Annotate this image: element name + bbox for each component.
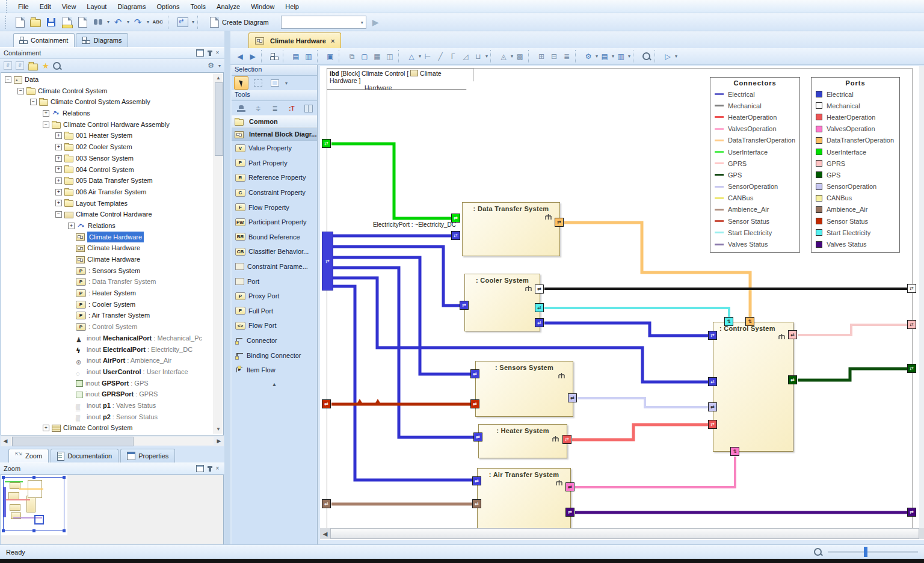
connector-electrical-cooler-control[interactable] (544, 323, 708, 336)
connector-start-electricity[interactable] (544, 308, 729, 317)
palette-group-internal-block-diagr-[interactable]: Internal Block Diagr... (232, 128, 317, 141)
menu-analyze[interactable]: Analyze (211, 2, 245, 11)
flow-port[interactable]: ⇄ (470, 399, 479, 408)
block-heater-system[interactable]: : Heater System (478, 424, 567, 458)
electricity-port-label[interactable]: ElectricityPort : ~Electricity_DC (360, 221, 456, 228)
tree-item[interactable]: P: Sensors System (1, 265, 223, 277)
open-project-button[interactable] (28, 15, 43, 29)
flow-port[interactable]: ⇄ (907, 320, 916, 329)
properties-gear-button[interactable]: ⚙ (582, 50, 594, 63)
open-diagram-icon[interactable] (28, 63, 38, 70)
undo-button[interactable]: ↶ (111, 15, 125, 29)
paste-button[interactable]: ▢ (359, 50, 371, 63)
gear-dropdown[interactable]: ▾ (596, 54, 598, 59)
tree-item[interactable]: −Climate Control Hardware Assembly (1, 119, 223, 131)
tab-zoom[interactable]: ⇱⇲Zoom (8, 449, 49, 463)
tree-item[interactable]: P: Cooler System (1, 299, 223, 310)
swimlane-button[interactable]: ⊔ (472, 50, 484, 63)
tree-item[interactable]: −Climate Control System (1, 85, 223, 97)
grid-button[interactable]: ⊞ (535, 50, 547, 63)
tree-expander[interactable]: + (43, 110, 49, 117)
copy-button[interactable]: ⧉ (346, 50, 358, 63)
flow-port[interactable]: ⇄ (535, 285, 544, 294)
sticky-tool-button[interactable] (234, 102, 248, 115)
flow-port[interactable]: ⇄ (473, 432, 482, 441)
zoom-magnifier-button[interactable] (640, 50, 652, 63)
tree-item[interactable]: +005 Data Transfer System (1, 175, 223, 186)
tree-item[interactable]: inout MechanicalPort : Mechanical_Pc (1, 333, 223, 344)
tree-item[interactable]: +Layout Templates (1, 198, 223, 209)
play-dropdown[interactable]: ▾ (675, 54, 677, 59)
tree-expander[interactable]: + (55, 144, 62, 150)
selection-dropdown[interactable]: ▾ (285, 81, 288, 86)
flow-port[interactable]: ⇄ (535, 318, 544, 327)
flow-port[interactable]: ⇄ (322, 499, 331, 508)
print-button[interactable] (60, 15, 74, 29)
redo-dropdown[interactable]: ▾ (147, 19, 149, 25)
zoom-slider-thumb[interactable] (864, 547, 867, 557)
tree-expander[interactable]: + (55, 177, 62, 184)
close-panel-icon[interactable]: × (214, 50, 221, 56)
pointer-tool-button[interactable] (234, 76, 248, 90)
palette-item-reference-property[interactable]: RReference Property (232, 170, 317, 185)
compartment-button[interactable]: ▩ (514, 50, 526, 63)
menu-edit[interactable]: Edit (34, 2, 57, 11)
tree-item[interactable]: +003 Sensor System (1, 153, 223, 164)
tree-item[interactable]: P: Heater System (1, 288, 223, 299)
flow-port[interactable]: ⇅ (724, 317, 733, 326)
undo-dropdown[interactable]: ▾ (127, 19, 129, 25)
flow-port[interactable]: ⇄ (555, 218, 564, 227)
diagram-tab-climate-hardware[interactable]: Climate Hardware × (248, 32, 341, 48)
tree-expander[interactable]: − (17, 88, 24, 94)
flow-port[interactable]: ⇄ (788, 330, 797, 339)
show-elements-dropdown[interactable]: ▾ (612, 54, 614, 59)
tree-expander[interactable]: + (55, 189, 62, 195)
settings-dropdown[interactable]: ▾ (218, 63, 221, 69)
tree-expander[interactable]: + (68, 223, 75, 229)
connector-electrical-sensors[interactable] (333, 257, 470, 374)
connector-sensoroperation[interactable] (578, 398, 708, 407)
layers-button[interactable]: ≣ (561, 50, 573, 63)
redo-button[interactable]: ↷ (131, 15, 145, 29)
tree-item[interactable]: +004 Control System (1, 164, 223, 176)
tree-item[interactable]: inout GPSPort : GPS (1, 378, 223, 389)
favorites-star-icon[interactable]: ★ (42, 61, 49, 70)
run-button[interactable]: ▶ (372, 17, 379, 27)
flow-port[interactable]: ⇄ (708, 402, 717, 411)
flow-port[interactable]: ⇄ (322, 399, 331, 408)
pin-panel-icon[interactable] (209, 51, 211, 56)
tree-item[interactable]: +001 Heater System (1, 130, 223, 141)
palette-group-common[interactable]: Common (232, 115, 317, 128)
menu-view[interactable]: View (57, 2, 82, 11)
legend-dropdown[interactable]: ▾ (628, 54, 630, 59)
scroll-left-icon[interactable]: ◀ (1, 438, 10, 444)
close-tab-icon[interactable]: × (331, 37, 334, 45)
create-diagram-button[interactable]: Create Diagram (205, 15, 274, 29)
palette-item-connector[interactable]: Connector (232, 333, 317, 348)
palette-item-flow-port[interactable]: <>Flow Port (232, 318, 317, 333)
transform-dropdown[interactable]: ▾ (192, 19, 194, 25)
tree-item[interactable]: −Data (1, 74, 223, 85)
tree-item[interactable]: Climate Hardware (1, 232, 223, 243)
back-button[interactable]: ◀ (234, 50, 246, 63)
spell-check-button[interactable]: ABC (150, 15, 165, 29)
block-air-transfer-system[interactable]: : Air Transfer System (477, 468, 571, 529)
block-control-system[interactable]: : Control System (713, 322, 793, 452)
flow-port[interactable]: ⇄ (565, 482, 574, 491)
tree-item[interactable]: +Library (1, 434, 223, 435)
flow-port[interactable]: ⇄ (470, 369, 479, 378)
connector-electrical-airtransfer[interactable] (333, 286, 472, 480)
connector-userinterface[interactable] (331, 144, 451, 218)
palette-item-flow-property[interactable]: FFlow Property (232, 200, 317, 215)
flow-port[interactable]: ⇄ (708, 420, 717, 429)
model-transform-button[interactable] (176, 15, 190, 29)
canvas-vertical-scrollbar[interactable] (919, 66, 924, 528)
tree-item[interactable]: +002 Cooler System (1, 141, 223, 153)
palette-item-constraint-parame-[interactable]: Constraint Parame... (232, 259, 317, 274)
tree-item[interactable]: +Relations (1, 220, 223, 232)
swimlane-dropdown[interactable]: ▾ (485, 54, 488, 59)
palette-item-item-flow[interactable]: Item Flow (232, 363, 317, 378)
tree-item[interactable]: −Climate Control System Assembly (1, 96, 223, 108)
flow-port[interactable]: ⇅ (745, 317, 754, 326)
tree-expander[interactable]: − (43, 122, 49, 128)
